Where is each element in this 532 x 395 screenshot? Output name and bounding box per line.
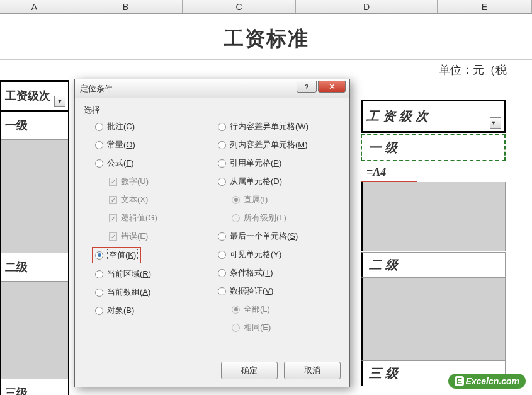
option-row[interactable]: 行内容差异单元格(W) (218, 121, 341, 132)
checkbox-icon: ✓ (109, 196, 117, 204)
left-column: 工资级次 ▼ 一级 二级 三级 (0, 80, 69, 395)
filter-dropdown-icon[interactable]: ▼ (54, 96, 65, 107)
options-right-column: 行内容差异单元格(W)列内容差异单元格(M)引用单元格(P)从属单元格(D)直属… (218, 121, 341, 333)
dialog-title: 定位条件 (80, 83, 113, 94)
option-label: 数字(U) (121, 176, 149, 187)
option-row[interactable]: 列内容差异单元格(M) (218, 139, 341, 151)
option-label: 对象(B) (107, 305, 134, 316)
option-label: 最后一个单元格(S) (230, 231, 298, 242)
option-label: 当前区域(R) (107, 268, 151, 280)
option-label: 全部(L) (244, 304, 270, 315)
radio-icon[interactable] (218, 232, 226, 241)
checkbox-icon: ✓ (109, 178, 117, 186)
radio-icon[interactable] (95, 251, 103, 260)
radio-icon (232, 196, 240, 204)
option-row[interactable]: 公式(F) (95, 157, 218, 169)
option-row[interactable]: 数据验证(V) (218, 285, 341, 297)
level-cell-1[interactable]: 一级 (1, 112, 68, 140)
option-label: 所有级别(L) (244, 212, 286, 224)
option-label: 逻辑值(G) (121, 212, 157, 224)
level-cell-2[interactable]: 二级 (1, 253, 68, 282)
radio-icon[interactable] (218, 141, 226, 149)
radio-icon[interactable] (218, 178, 226, 186)
option-label: 引用单元格(P) (230, 157, 281, 169)
option-row[interactable]: 从属单元格(D) (218, 176, 341, 187)
radio-icon (232, 306, 240, 314)
option-label: 错误(E) (121, 231, 148, 242)
option-row: 直属(I) (218, 194, 341, 205)
right-column: 工资级次 ▼ 一级 =A4 二级 三级 (361, 100, 506, 386)
option-label: 常量(O) (107, 139, 135, 151)
option-row[interactable]: 常量(O) (95, 139, 218, 151)
option-label: 可见单元格(Y) (230, 249, 281, 260)
formula-cell[interactable]: =A4 (361, 163, 417, 182)
option-label: 从属单元格(D) (230, 176, 282, 187)
option-row: ✓错误(E) (95, 231, 218, 242)
selected-range-block[interactable] (1, 282, 68, 379)
right-header-cell[interactable]: 工资级次 ▼ (361, 100, 506, 133)
right-header-label: 工资级次 (366, 109, 432, 123)
radio-icon[interactable] (218, 269, 226, 277)
selected-range-block[interactable] (361, 182, 506, 251)
ok-button[interactable]: 确定 (221, 362, 278, 379)
left-header-label: 工资级次 (5, 89, 50, 102)
option-row: 全部(L) (218, 304, 341, 315)
level-cell-3[interactable]: 三级 (1, 379, 68, 395)
option-label: 直属(I) (244, 194, 268, 205)
col-header-d[interactable]: D (296, 0, 438, 13)
help-button[interactable]: ? (297, 81, 317, 93)
radio-icon[interactable] (218, 287, 226, 295)
radio-icon[interactable] (218, 159, 226, 168)
left-header-cell[interactable]: 工资级次 ▼ (1, 80, 68, 112)
radio-icon[interactable] (218, 251, 226, 259)
option-row[interactable]: 最后一个单元格(S) (218, 231, 341, 242)
right-level-2[interactable]: 二级 (361, 252, 506, 278)
option-row: ✓数字(U) (95, 176, 218, 187)
option-row[interactable]: 条件格式(T) (218, 267, 341, 278)
checkbox-icon: ✓ (109, 214, 117, 222)
marching-ants-cell[interactable]: 一级 (361, 134, 506, 161)
option-row[interactable]: 当前数组(A) (95, 287, 218, 298)
option-label: 列内容差异单元格(M) (230, 139, 308, 151)
radio-icon[interactable] (95, 159, 103, 168)
option-label: 数据验证(V) (230, 285, 273, 297)
radio-icon[interactable] (95, 289, 103, 297)
highlighted-option[interactable]: 空值(K) (92, 247, 141, 263)
watermark-badge: E (455, 376, 464, 386)
option-label: 文本(X) (121, 194, 148, 205)
option-row[interactable]: 引用单元格(P) (218, 157, 341, 169)
option-row: ✓文本(X) (95, 194, 218, 205)
radio-icon[interactable] (95, 307, 103, 315)
filter-dropdown-icon[interactable]: ▼ (490, 117, 501, 129)
goto-special-dialog: 定位条件 ? ✕ 选择 批注(C)常量(O)公式(F)✓数字(U)✓文本(X)✓… (74, 79, 350, 387)
option-label: 当前数组(A) (107, 287, 150, 298)
sheet-title: 工资标准 (0, 14, 532, 60)
options-left-column: 批注(C)常量(O)公式(F)✓数字(U)✓文本(X)✓逻辑值(G)✓错误(E)… (95, 121, 218, 333)
radio-icon[interactable] (218, 123, 226, 131)
watermark: EExcelcn.com (448, 374, 526, 389)
option-label: 公式(F) (107, 157, 134, 169)
sheet-subtitle: 单位：元（税 (0, 60, 532, 80)
option-row[interactable]: 可见单元格(Y) (218, 249, 341, 260)
option-label: 空值(K) (109, 250, 136, 260)
dialog-titlebar[interactable]: 定位条件 ? ✕ (75, 79, 349, 98)
selected-range-block[interactable] (1, 140, 68, 253)
col-header-b[interactable]: B (69, 0, 183, 13)
cancel-button[interactable]: 取消 (284, 362, 341, 379)
option-row[interactable]: 对象(B) (95, 305, 218, 316)
radio-icon[interactable] (95, 123, 103, 131)
option-row: 相同(E) (218, 322, 341, 333)
option-row[interactable]: 空值(K) (95, 249, 218, 261)
option-row[interactable]: 当前区域(R) (95, 268, 218, 280)
selected-range-block[interactable] (361, 278, 506, 360)
col-header-a[interactable]: A (0, 0, 69, 13)
close-button[interactable]: ✕ (318, 81, 346, 93)
radio-icon (232, 214, 240, 222)
col-header-e[interactable]: E (438, 0, 532, 13)
col-header-c[interactable]: C (183, 0, 296, 13)
radio-icon[interactable] (95, 141, 103, 149)
option-label: 批注(C) (107, 121, 135, 132)
option-row[interactable]: 批注(C) (95, 121, 218, 132)
radio-icon (232, 324, 240, 332)
radio-icon[interactable] (95, 270, 103, 278)
